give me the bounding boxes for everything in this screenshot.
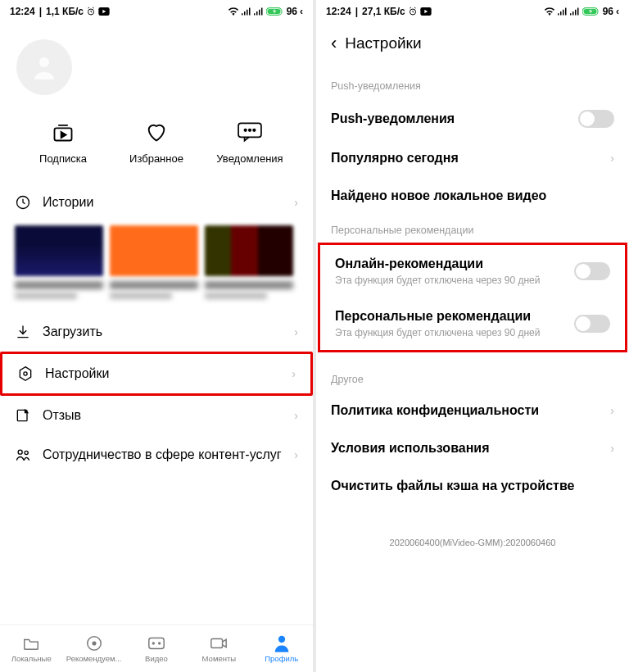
status-speed: 1,1 КБ/c bbox=[46, 6, 84, 17]
battery-percent: 96 bbox=[287, 6, 297, 17]
chevron-right-icon: › bbox=[292, 367, 296, 380]
tab-recommend[interactable]: Рекомендуем... bbox=[62, 634, 124, 663]
chevron-right-icon: › bbox=[294, 196, 298, 209]
tab-local[interactable]: Локальные bbox=[0, 634, 62, 663]
battery-icon bbox=[582, 7, 600, 16]
svg-point-18 bbox=[253, 129, 256, 132]
tab-moments[interactable]: Моменты bbox=[188, 634, 250, 663]
svg-point-16 bbox=[244, 129, 247, 132]
signal2-icon bbox=[254, 7, 264, 16]
svg-rect-3 bbox=[242, 13, 243, 15]
svg-rect-8 bbox=[256, 11, 258, 16]
svg-point-23 bbox=[18, 450, 22, 454]
alarm-icon bbox=[408, 7, 418, 16]
cooperation-icon bbox=[15, 447, 31, 463]
svg-point-29 bbox=[159, 642, 161, 644]
back-button[interactable]: ‹ bbox=[331, 33, 337, 54]
wifi-icon bbox=[228, 7, 239, 16]
action-label: Подписка bbox=[39, 152, 87, 165]
svg-rect-27 bbox=[149, 638, 164, 649]
status-time: 12:24 bbox=[10, 6, 35, 17]
section-title-other: Другое bbox=[316, 364, 629, 392]
svg-point-17 bbox=[249, 129, 251, 132]
target-icon bbox=[85, 634, 103, 652]
svg-rect-9 bbox=[259, 10, 260, 16]
menu-cooperation[interactable]: Сотрудничество в сфере контент-услуг › bbox=[0, 435, 313, 474]
tab-video[interactable]: Видео bbox=[125, 634, 188, 663]
menu-download[interactable]: Загрузить › bbox=[0, 312, 313, 352]
history-thumb[interactable] bbox=[205, 225, 293, 276]
menu-label: Отзыв bbox=[43, 408, 283, 423]
tv-icon bbox=[147, 634, 165, 652]
chevron-right-icon: › bbox=[610, 442, 614, 455]
setting-popular[interactable]: Популярно сегодня › bbox=[316, 139, 629, 177]
status-bar: 12:24 | 1,1 КБ/c 96 ‹ bbox=[0, 0, 313, 23]
setting-label: Найдено новое локальное видео bbox=[331, 188, 614, 203]
chevron-right-icon: › bbox=[610, 404, 614, 417]
status-suffix: ‹ bbox=[300, 6, 303, 17]
svg-rect-30 bbox=[211, 639, 223, 648]
toggle[interactable] bbox=[574, 315, 610, 333]
setting-personal-rec[interactable]: Персональные рекомендации Эта функция бу… bbox=[320, 297, 625, 350]
status-speed: 27,1 КБ/c bbox=[362, 6, 405, 17]
settings-screen: 12:24 | 27,1 КБ/c 96 ‹ ‹ Настройки Push-… bbox=[316, 0, 629, 672]
setting-label: Политика конфиденциальности bbox=[331, 403, 610, 418]
setting-label: Онлайн-рекомендации bbox=[335, 257, 574, 271]
setting-label: Персональные рекомендации bbox=[335, 309, 574, 324]
setting-newlocal[interactable]: Найдено новое локальное видео bbox=[316, 177, 629, 215]
tab-label: Профиль bbox=[265, 654, 298, 663]
avatar[interactable] bbox=[16, 39, 72, 95]
section-title-personal: Персональные рекомендации bbox=[316, 215, 629, 243]
setting-label: Push-уведомления bbox=[331, 111, 578, 126]
menu-label: Настройки bbox=[45, 366, 280, 381]
svg-rect-7 bbox=[254, 13, 256, 15]
camera-icon bbox=[210, 634, 228, 652]
tab-profile[interactable]: Профиль bbox=[251, 634, 313, 663]
chevron-right-icon: › bbox=[610, 152, 614, 165]
signal-icon bbox=[242, 7, 251, 16]
history-captions bbox=[0, 276, 313, 301]
setting-push[interactable]: Push-уведомления bbox=[316, 98, 629, 139]
history-thumb[interactable] bbox=[15, 225, 103, 276]
comment-icon bbox=[238, 120, 262, 144]
action-favorites[interactable]: Избранное bbox=[111, 120, 203, 165]
setting-label: Очистить файлы кэша на устройстве bbox=[331, 479, 614, 493]
chevron-right-icon: › bbox=[294, 409, 298, 422]
chevron-right-icon: › bbox=[294, 448, 298, 461]
action-notifications[interactable]: Уведомления bbox=[204, 120, 296, 165]
history-thumb[interactable] bbox=[110, 225, 198, 276]
feedback-icon bbox=[15, 407, 31, 424]
svg-rect-37 bbox=[563, 10, 564, 16]
heart-icon bbox=[144, 120, 169, 144]
svg-point-21 bbox=[24, 372, 27, 375]
battery-percent: 96 bbox=[603, 6, 613, 17]
action-subscriptions[interactable]: Подписка bbox=[17, 120, 110, 165]
svg-rect-6 bbox=[249, 8, 251, 16]
bottom-nav: Локальные Рекомендуем... Видео Моменты П… bbox=[0, 624, 313, 672]
svg-point-26 bbox=[93, 642, 96, 645]
setting-clearcache[interactable]: Очистить файлы кэша на устройстве bbox=[316, 467, 629, 505]
history-row[interactable]: Истории › bbox=[0, 183, 313, 222]
profile-icon bbox=[273, 634, 291, 652]
setting-terms[interactable]: Условия использования › bbox=[316, 429, 629, 467]
subscription-icon bbox=[51, 120, 75, 144]
tab-label: Видео bbox=[145, 654, 168, 663]
svg-rect-36 bbox=[560, 11, 562, 16]
setting-online-rec[interactable]: Онлайн-рекомендации Эта функция будет от… bbox=[320, 245, 625, 297]
signal2-icon bbox=[570, 7, 580, 16]
menu-feedback[interactable]: Отзыв › bbox=[0, 396, 313, 435]
svg-point-31 bbox=[278, 636, 285, 642]
tab-label: Рекомендуем... bbox=[66, 654, 122, 663]
profile-screen: 12:24 | 1,1 КБ/c 96 ‹ Подписка bbox=[0, 0, 313, 672]
highlighted-settings: Онлайн-рекомендации Эта функция будет от… bbox=[318, 243, 627, 352]
setting-label: Популярно сегодня bbox=[331, 151, 610, 166]
svg-rect-10 bbox=[261, 8, 263, 16]
toggle[interactable] bbox=[574, 262, 610, 280]
toggle[interactable] bbox=[578, 110, 614, 128]
menu-settings[interactable]: Настройки › bbox=[0, 352, 313, 396]
download-icon bbox=[15, 324, 31, 340]
svg-rect-35 bbox=[558, 13, 559, 15]
youtube-icon bbox=[98, 7, 110, 16]
settings-header: ‹ Настройки bbox=[316, 23, 629, 70]
setting-privacy[interactable]: Политика конфиденциальности › bbox=[316, 392, 629, 429]
